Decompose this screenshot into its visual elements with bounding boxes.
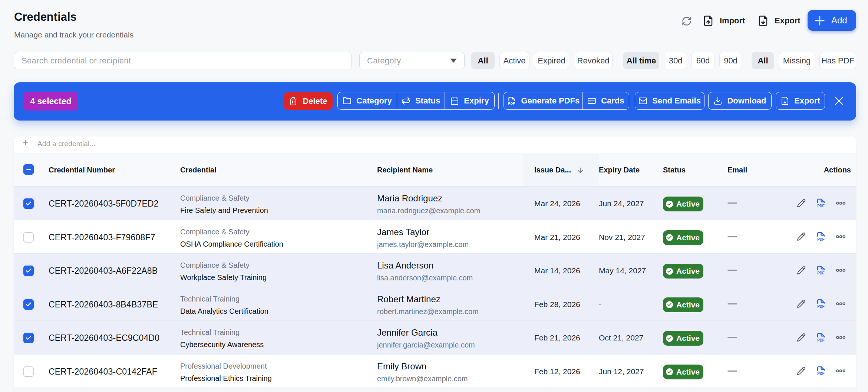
svg-text:PDF: PDF xyxy=(817,271,824,275)
svg-text:PDF: PDF xyxy=(817,372,824,376)
svg-text:PDF: PDF xyxy=(817,305,824,309)
svg-text:PDF: PDF xyxy=(817,338,824,342)
svg-text:PDF: PDF xyxy=(817,238,824,242)
svg-text:PDF: PDF xyxy=(817,204,824,208)
svg-text:PDF: PDF xyxy=(508,102,515,105)
